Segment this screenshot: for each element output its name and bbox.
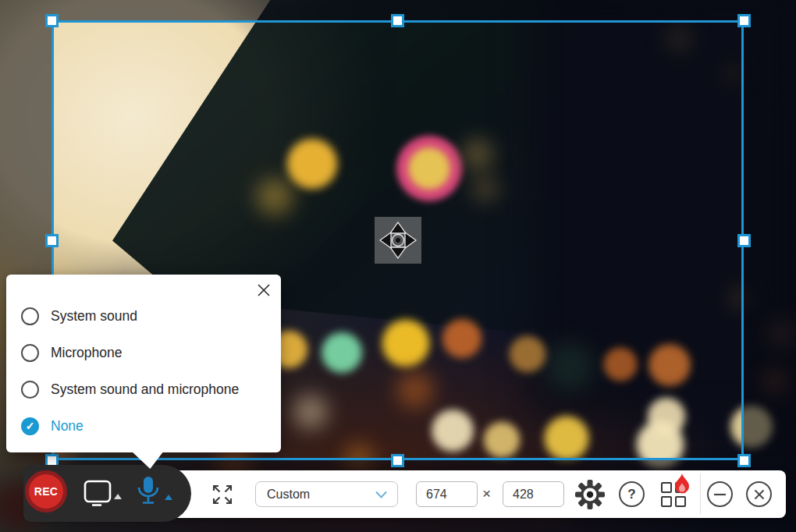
option-label: System sound and microphone (51, 381, 239, 398)
close-icon (257, 283, 271, 297)
rec-label: REC (34, 485, 58, 498)
settings-button[interactable] (574, 479, 606, 513)
radio-icon[interactable] (21, 381, 39, 399)
display-icon (80, 477, 114, 508)
fullscreen-icon (208, 481, 236, 509)
bokeh-light (759, 366, 790, 397)
display-select-button[interactable] (80, 477, 114, 511)
display-dropdown-arrow-icon[interactable] (114, 494, 122, 499)
selection-handle-mid-left[interactable] (45, 234, 59, 247)
selection-handle-top-right[interactable] (737, 14, 751, 27)
minimize-button[interactable] (707, 481, 733, 507)
rec-button[interactable]: REC (29, 474, 63, 509)
option-microphone[interactable]: Microphone (21, 342, 122, 363)
screen-recorder-app: System sound Microphone System sound and… (0, 0, 796, 532)
selection-handle-mid-right[interactable] (737, 234, 751, 247)
selection-handle-bottom-mid[interactable] (391, 454, 404, 467)
apps-grid-icon (661, 496, 672, 507)
gear-icon (574, 479, 606, 510)
popup-close-button[interactable] (257, 283, 271, 297)
option-system-sound-and-microphone[interactable]: System sound and microphone (21, 379, 239, 399)
close-button[interactable] (746, 481, 772, 507)
microphone-icon (134, 474, 162, 509)
apps-grid-icon (661, 482, 672, 493)
selection-handle-bottom-right[interactable] (737, 454, 751, 467)
check-icon: ✓ (26, 420, 35, 432)
selection-handle-top-mid[interactable] (391, 14, 404, 27)
flame-badge-icon (673, 473, 691, 498)
apps-grid-icon (675, 496, 686, 507)
chevron-down-icon (375, 490, 388, 499)
close-icon (754, 489, 765, 500)
fullscreen-button[interactable] (208, 481, 236, 512)
height-input[interactable] (503, 481, 564, 507)
radio-icon[interactable] (21, 344, 39, 362)
option-none-selected[interactable]: ✓ None (21, 416, 84, 436)
size-preset-value: Custom (267, 488, 375, 502)
selection-handle-top-left[interactable] (45, 14, 59, 27)
help-button[interactable]: ? (619, 481, 645, 507)
width-input[interactable] (416, 481, 478, 507)
bokeh-light (763, 315, 796, 353)
toolbar-divider (700, 473, 701, 514)
move-selection-handle[interactable] (375, 217, 421, 267)
times-separator: × (482, 485, 491, 502)
size-preset-select[interactable]: Custom (255, 481, 398, 507)
move-icon (375, 217, 421, 264)
microphone-button[interactable] (134, 474, 162, 512)
radio-icon[interactable] (21, 307, 39, 325)
option-label: None (51, 418, 84, 434)
apps-grid-button[interactable] (661, 482, 687, 508)
option-system-sound[interactable]: System sound (21, 306, 137, 326)
radio-checked-icon[interactable]: ✓ (21, 417, 39, 435)
option-label: System sound (51, 308, 137, 325)
microphone-dropdown-arrow-icon[interactable] (165, 495, 172, 500)
minimize-icon (714, 493, 726, 496)
help-icon: ? (627, 487, 635, 502)
option-label: Microphone (51, 345, 122, 361)
